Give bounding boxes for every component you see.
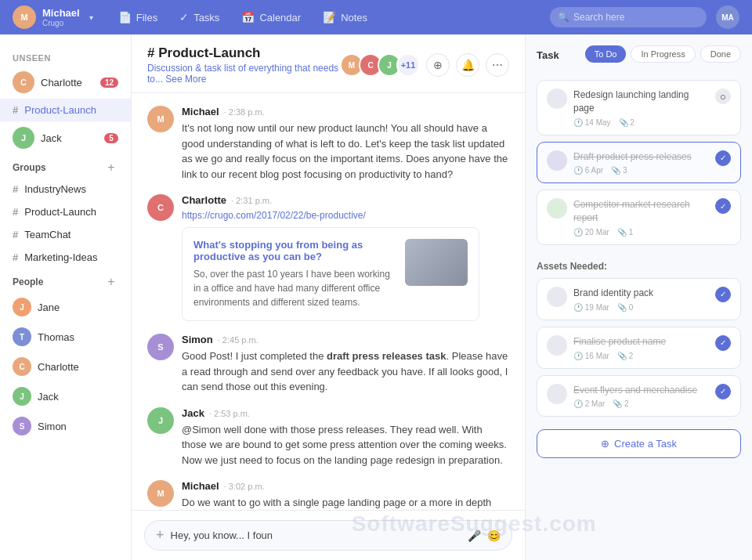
nav-item-tasks[interactable]: ✓ Tasks (170, 6, 229, 28)
task-avatar-press (547, 150, 567, 171)
task-avatar-redesign (547, 89, 567, 109)
task-card-redesign: Redesign launching landing page 🕐 14 May… (537, 80, 741, 135)
sidebar-avatar-thomas: T (13, 327, 31, 346)
sidebar-avatar-charlotte: C (13, 71, 34, 93)
task-meta-press: 🕐 6 Apr 📎 3 (573, 166, 709, 175)
tab-done[interactable]: Done (700, 45, 741, 63)
tab-inprogress[interactable]: In Progress (631, 45, 695, 63)
msg-name-jack: Jack (182, 407, 204, 419)
sidebar-avatar-jack2: J (13, 387, 31, 406)
nav-right-avatar[interactable]: MA (716, 5, 739, 29)
sidebar-item-productlaunch2[interactable]: # Product-Launch (0, 201, 131, 223)
msg-embed: What's stopping you from being as produc… (182, 227, 479, 321)
top-nav: M Michael Crugo ▾ 📄 Files ✓ Tasks 📅 Cale… (0, 0, 752, 34)
msg-header-simon: Simon · 2:45 p.m. (182, 334, 509, 345)
search-input[interactable] (550, 7, 707, 27)
nav-item-notes[interactable]: 📝 Notes (313, 6, 377, 28)
assets-divider: Assets Needed: (537, 261, 741, 272)
chat-input-area: + 🎤 😊 (132, 510, 525, 560)
sidebar-item-charlotte[interactable]: C Charlotte 12 (0, 66, 131, 99)
msg-embed-image (405, 239, 468, 286)
nav-item-files[interactable]: 📄 Files (109, 6, 167, 28)
hash-icon-3: # (13, 206, 18, 218)
msg-link-charlotte[interactable]: https://crugo.com/2017/02/22/be-producti… (182, 210, 366, 221)
task-check-redesign[interactable]: ○ (715, 89, 731, 104)
sidebar-item-jack[interactable]: J Jack 5 (0, 121, 131, 154)
msg-header-charlotte: Charlotte · 2:31 p.m. (182, 194, 509, 206)
chat-title: # Product-Launch (147, 45, 340, 61)
asset-title-productname: Finalise product name (573, 335, 709, 349)
asset-check-productname[interactable]: ✓ (715, 335, 731, 351)
groups-label: Groups (13, 162, 46, 173)
sidebar-label-charlotte: Charlotte (41, 77, 94, 89)
hash-icon: # (13, 104, 18, 116)
chat-input-wrapper: + 🎤 😊 (144, 520, 512, 551)
user-name: Michael (42, 7, 80, 19)
notification-bell-icon[interactable]: 🔔 (456, 53, 479, 77)
asset-attach-brand: 📎 0 (617, 303, 633, 312)
task-card-competitor: Competitor market research report 🕐 20 M… (537, 190, 741, 245)
msg-content-charlotte: Charlotte · 2:31 p.m. https://crugo.com/… (182, 194, 509, 321)
sidebar-item-thomas[interactable]: T Thomas (0, 322, 131, 352)
hash-icon-2: # (13, 183, 18, 195)
msg-header-michael-1: Michael · 2:38 p.m. (182, 106, 509, 117)
groups-add-btn[interactable]: + (104, 161, 118, 175)
chat-input-add-icon[interactable]: + (156, 527, 164, 544)
sidebar-item-charlotte2[interactable]: C Charlotte (0, 352, 131, 381)
nav-item-tasks-label: Tasks (193, 12, 219, 23)
people-add-btn[interactable]: + (104, 275, 118, 289)
user-sub: Crugo (42, 19, 80, 27)
asset-card-flyers: Event flyers and merchandise 🕐 2 Mar 📎 2… (537, 375, 741, 417)
task-card-press: Draft product press releases 🕐 6 Apr 📎 3… (537, 142, 741, 184)
task-date-competitor: 🕐 20 Mar (573, 228, 609, 237)
msg-avatar-michael-2: M (147, 480, 174, 507)
nav-item-calendar[interactable]: 📅 Calendar (232, 6, 310, 28)
chat-subtitle: Discussion & task list of everything tha… (147, 63, 340, 85)
calendar-icon: 📅 (241, 11, 255, 23)
sidebar-item-teamchat[interactable]: # TeamChat (0, 223, 131, 246)
sidebar-label-marketingideas: Marketing-Ideas (24, 251, 118, 263)
files-icon: 📄 (118, 11, 132, 23)
task-attach-competitor: 📎 1 (617, 228, 633, 237)
message-michael-1: M Michael · 2:38 p.m. It's not long now … (147, 106, 509, 182)
create-task-button[interactable]: ⊕ Create a Task (537, 429, 741, 458)
sidebar-avatar-jack: J (13, 127, 34, 149)
asset-check-flyers[interactable]: ✓ (715, 384, 731, 399)
task-check-competitor[interactable]: ✓ (715, 198, 731, 214)
chat-input[interactable] (171, 529, 461, 541)
asset-attach-productname: 📎 2 (617, 352, 633, 360)
msg-embed-body: So, over the past 10 years I have been w… (193, 267, 394, 309)
asset-date-productname: 🕐 16 Mar (573, 352, 609, 360)
message-charlotte: C Charlotte · 2:31 p.m. https://crugo.co… (147, 194, 509, 321)
sidebar-item-product-launch[interactable]: # Product-Launch (0, 99, 131, 121)
msg-header-jack: Jack · 2:53 p.m. (182, 407, 509, 419)
nav-items: 📄 Files ✓ Tasks 📅 Calendar 📝 Notes (109, 6, 550, 28)
sidebar-avatar-jane: J (13, 298, 31, 316)
task-tabs: To Do In Progress Done (585, 45, 741, 63)
sidebar-item-jack2[interactable]: J Jack (0, 381, 131, 411)
search-icon: 🔍 (558, 12, 569, 23)
msg-time-michael-1: · 2:38 p.m. (224, 107, 265, 117)
msg-text-michael-2: Do we want to go with a single page land… (182, 495, 509, 510)
nav-user[interactable]: M Michael Crugo ▾ (13, 5, 93, 29)
sidebar-badge-charlotte: 12 (100, 78, 118, 88)
sidebar-item-industrynews[interactable]: # IndustryNews (0, 178, 131, 201)
sidebar-item-simon[interactable]: S Simon (0, 411, 131, 441)
more-options-icon[interactable]: ⋯ (486, 53, 509, 77)
tab-todo[interactable]: To Do (585, 45, 627, 63)
task-check-press[interactable]: ✓ (715, 150, 731, 166)
msg-time-simon: · 2:45 p.m. (218, 335, 258, 345)
asset-title-brand: Brand identity pack (573, 287, 709, 300)
emoji-icon[interactable]: 😊 (487, 529, 501, 542)
sidebar-avatar-simon: S (13, 417, 31, 435)
audio-icon[interactable]: 🎤 (468, 529, 481, 542)
sidebar-item-jane[interactable]: J Jane (0, 292, 131, 322)
sidebar-label-charlotte2: Charlotte (38, 361, 118, 373)
asset-meta-productname: 🕐 16 Mar 📎 2 (573, 352, 709, 360)
header-more-badge[interactable]: +11 (396, 53, 420, 77)
asset-avatar-flyers (547, 384, 567, 404)
see-more-link[interactable]: See More (165, 74, 206, 85)
sidebar-item-marketingideas[interactable]: # Marketing-Ideas (0, 246, 131, 269)
asset-check-brand[interactable]: ✓ (715, 287, 731, 302)
add-member-btn[interactable]: ⊕ (426, 53, 450, 77)
